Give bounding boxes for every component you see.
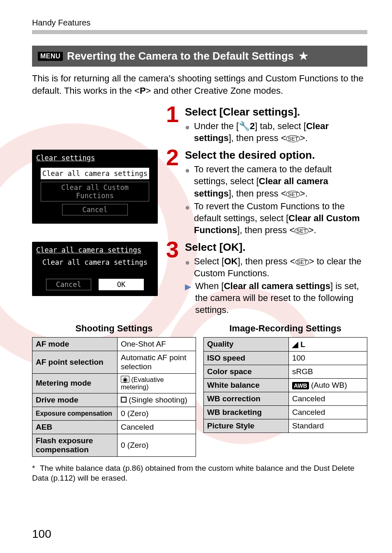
chapter-title: Handy Features — [32, 18, 367, 28]
table-row: Drive mode (Single shooting) — [32, 393, 196, 407]
table-row: AEBCanceled — [32, 420, 196, 434]
table-key: AF point selection — [32, 351, 118, 373]
table-key: WB correction — [204, 392, 289, 405]
step-bullet: ●Under the [🔧2] tab, select [Clear setti… — [185, 120, 367, 144]
set-button-icon: SET — [286, 135, 300, 142]
table-row: Picture StyleStandard — [204, 419, 367, 433]
image-settings-table: Quality◢ LISO speed100Color spacesRGBWhi… — [203, 337, 367, 433]
lcd-ok-button[interactable]: OK — [99, 279, 144, 290]
step-title: Select [Clear settings]. — [185, 106, 367, 118]
table-row: Flash exposure compensation0 (Zero) — [32, 434, 196, 456]
lcd-cancel-button[interactable]: Cancel — [46, 279, 91, 290]
lcd-title: Clear settings — [36, 154, 154, 162]
dot-bullet-icon: ● — [185, 165, 190, 199]
table-key: Flash exposure compensation — [32, 434, 118, 456]
table-row: ISO speed100 — [204, 351, 367, 365]
step-title: Select [OK]. — [185, 241, 367, 254]
single-shot-icon — [121, 397, 127, 403]
table-row: Metering mode◉ (Evaluative metering) — [32, 373, 196, 393]
step-bullet: ●To revert the Custom Functions to the d… — [185, 200, 367, 236]
dot-bullet-icon: ● — [185, 122, 190, 144]
table-value: Canceled — [117, 420, 196, 434]
lcd-option[interactable]: Clear all Custom Functions — [41, 182, 149, 201]
table-row: Exposure compensation0 (Zero) — [32, 407, 196, 420]
step-number: 1 — [166, 104, 182, 125]
table-value: sRGB — [288, 365, 367, 378]
footnote: * The white balance data (p.86) obtained… — [32, 463, 367, 484]
table-row: White balanceAWB (Auto WB) — [204, 378, 367, 392]
lcd-option[interactable]: Cancel — [62, 204, 128, 215]
step-bullet: ●To revert the camera to the default set… — [185, 163, 367, 199]
chapter-divider — [32, 30, 367, 34]
table-key: AF mode — [32, 337, 118, 351]
table-key: White balance — [204, 378, 289, 392]
table-row: AF modeOne-Shot AF — [32, 337, 196, 351]
set-button-icon: SET — [295, 227, 308, 234]
wrench-tab-icon: 🔧2 — [239, 121, 255, 131]
table-value: Canceled — [288, 405, 367, 419]
table-value: ◢ L — [288, 337, 367, 351]
set-button-icon: SET — [295, 259, 309, 266]
image-table-title: Image-Recording Settings — [203, 323, 367, 334]
step-number: 2 — [166, 147, 182, 168]
table-value: Automatic AF point selection — [117, 351, 196, 373]
table-key: Color space — [204, 365, 289, 378]
table-value: 100 — [288, 351, 367, 365]
table-row: Color spacesRGB — [204, 365, 367, 378]
section-heading: MENU Reverting the Camera to the Default… — [32, 46, 367, 67]
step-title: Select the desired option. — [185, 149, 367, 162]
shooting-settings-table: AF modeOne-Shot AFAF point selectionAuto… — [32, 337, 196, 457]
section-title-text: Reverting the Camera to the Default Sett… — [67, 50, 294, 62]
triangle-bullet-icon: ▶ — [185, 281, 191, 316]
step-bullet: ▶When [Clear all camera settings] is set… — [185, 280, 367, 316]
table-key: Drive mode — [32, 393, 118, 407]
dot-bullet-icon: ● — [185, 202, 190, 236]
table-key: ISO speed — [204, 351, 289, 365]
page-number: 100 — [32, 528, 51, 541]
table-key: Quality — [204, 337, 289, 351]
dot-bullet-icon: ● — [185, 257, 190, 279]
lcd-clear-settings: Clear settingsClear all camera settingsC… — [32, 150, 158, 224]
shooting-table-title: Shooting Settings — [32, 323, 196, 334]
table-key: Metering mode — [32, 373, 118, 393]
table-key: Exposure compensation — [32, 407, 118, 420]
table-key: Picture Style — [204, 419, 289, 433]
intro-paragraph: This is for returning all the camera's s… — [32, 72, 367, 97]
table-value: 0 (Zero) — [117, 434, 196, 456]
table-row: WB correctionCanceled — [204, 392, 367, 405]
step-number: 3 — [166, 239, 182, 260]
lcd-title: Clear all camera settings — [36, 246, 154, 254]
mode-p-icon: P — [140, 86, 146, 96]
set-button-icon: SET — [286, 191, 300, 198]
table-row: Quality◢ L — [204, 337, 367, 351]
lcd-option[interactable]: Clear all camera settings — [41, 168, 149, 179]
table-value: (Single shooting) — [117, 393, 196, 407]
table-value: ◉ (Evaluative metering) — [117, 373, 196, 393]
table-value: Canceled — [288, 392, 367, 405]
evaluative-metering-icon: ◉ — [121, 376, 129, 383]
lcd-subtitle: Clear all camera settings — [36, 258, 154, 266]
table-value: AWB (Auto WB) — [288, 378, 367, 392]
table-row: WB bracketingCanceled — [204, 405, 367, 419]
table-value: Standard — [288, 419, 367, 433]
quality-large-icon: ◢ — [292, 340, 298, 349]
pro-mode-star-icon: ★ — [299, 50, 308, 62]
awb-icon: AWB — [292, 382, 309, 389]
table-row: AF point selectionAutomatic AF point sel… — [32, 351, 196, 373]
step-bullet: ●Select [OK], then press <SET> to clear … — [185, 255, 367, 279]
table-value: One-Shot AF — [117, 337, 196, 351]
table-value: 0 (Zero) — [117, 407, 196, 420]
table-key: AEB — [32, 420, 118, 434]
table-key: WB bracketing — [204, 405, 289, 419]
menu-icon: MENU — [38, 52, 63, 61]
lcd-confirm-dialog: Clear all camera settingsClear all camer… — [32, 242, 158, 296]
